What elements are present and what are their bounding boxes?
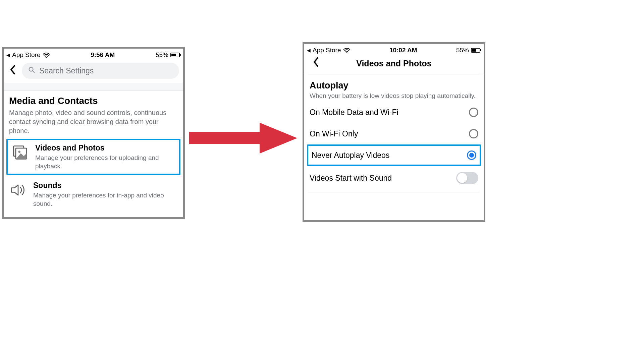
autoplay-description: When your battery is low videos stop pla… bbox=[310, 92, 478, 100]
status-back-label[interactable]: App Store bbox=[313, 47, 341, 54]
option-label: Never Autoplay Videos bbox=[312, 151, 389, 160]
section-description: Manage photo, video and sound controls, … bbox=[9, 108, 178, 135]
search-icon bbox=[28, 66, 35, 75]
section-divider bbox=[4, 83, 183, 91]
status-time: 10:02 AM bbox=[389, 47, 417, 54]
highlight-never-autoplay: Never Autoplay Videos bbox=[307, 144, 481, 166]
page-title: Videos and Photos bbox=[356, 59, 432, 68]
autoplay-option-wifi-only[interactable]: On Wi-Fi Only bbox=[304, 123, 484, 144]
status-bar: ◀ App Store 9:56 AM 55% bbox=[4, 49, 183, 60]
status-battery-pct: 55% bbox=[156, 51, 168, 59]
svg-point-1 bbox=[29, 67, 33, 71]
autoplay-option-mobile-and-wifi[interactable]: On Mobile Data and Wi-Fi bbox=[304, 102, 484, 123]
title-row: Videos and Photos bbox=[304, 55, 484, 74]
option-label: On Wi-Fi Only bbox=[310, 129, 358, 138]
back-to-app-icon: ◀ bbox=[6, 53, 10, 57]
autoplay-section-header: Autoplay When your battery is low videos… bbox=[304, 74, 484, 102]
status-back-label[interactable]: App Store bbox=[12, 51, 41, 59]
setting-row-title: Sounds bbox=[33, 181, 178, 190]
setting-row-description: Manage your preferences for uploading an… bbox=[35, 154, 176, 170]
setting-row-title: Videos and Photos bbox=[35, 143, 176, 153]
back-to-app-icon: ◀ bbox=[307, 48, 311, 53]
setting-row-videos-and-photos[interactable]: Videos and Photos Manage your preference… bbox=[8, 140, 179, 174]
arrow-right-icon bbox=[189, 120, 300, 156]
section-title: Media and Contacts bbox=[9, 96, 178, 106]
search-input[interactable]: Search Settings bbox=[22, 63, 179, 79]
status-bar: ◀ App Store 10:02 AM 55% bbox=[304, 44, 484, 55]
status-battery-pct: 55% bbox=[456, 47, 469, 54]
phone-videos-and-photos: ◀ App Store 10:02 AM 55% bbox=[303, 42, 485, 222]
speaker-icon bbox=[9, 181, 27, 199]
hairline-divider bbox=[308, 192, 480, 192]
back-button[interactable] bbox=[8, 65, 18, 77]
wifi-icon bbox=[343, 47, 351, 54]
section-header: Media and Contacts Manage photo, video a… bbox=[4, 91, 183, 137]
videos-start-with-sound-row[interactable]: Videos Start with Sound bbox=[304, 166, 484, 190]
svg-point-5 bbox=[18, 151, 21, 153]
search-placeholder: Search Settings bbox=[39, 66, 94, 75]
autoplay-title: Autoplay bbox=[310, 80, 478, 91]
back-button[interactable] bbox=[311, 57, 321, 69]
toggle-off-icon[interactable] bbox=[456, 172, 478, 184]
autoplay-option-never[interactable]: Never Autoplay Videos bbox=[308, 146, 480, 165]
status-time: 9:56 AM bbox=[91, 51, 115, 59]
battery-icon bbox=[170, 53, 180, 57]
svg-point-6 bbox=[346, 52, 347, 53]
highlight-videos-and-photos: Videos and Photos Manage your preference… bbox=[6, 139, 180, 175]
svg-point-0 bbox=[46, 57, 47, 58]
radio-icon bbox=[469, 129, 478, 138]
radio-icon bbox=[469, 108, 478, 117]
option-label: On Mobile Data and Wi-Fi bbox=[310, 108, 398, 117]
setting-row-sounds[interactable]: Sounds Manage your preferences for in-ap… bbox=[4, 176, 183, 213]
radio-icon-selected bbox=[467, 150, 476, 160]
battery-icon bbox=[471, 48, 480, 53]
svg-line-2 bbox=[33, 71, 35, 73]
toggle-label: Videos Start with Sound bbox=[310, 174, 392, 183]
wifi-icon bbox=[43, 51, 50, 59]
nav-row: Search Settings bbox=[4, 60, 183, 83]
phone-settings-search: ◀ App Store 9:56 AM 55% bbox=[2, 47, 185, 219]
setting-row-description: Manage your preferences for in-app and v… bbox=[33, 191, 178, 208]
photos-icon bbox=[11, 143, 29, 162]
